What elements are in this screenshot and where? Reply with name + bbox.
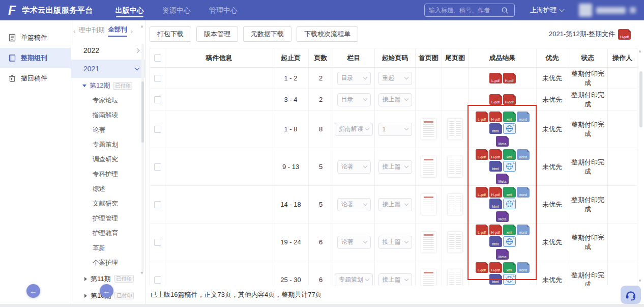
lpdf-file-icon[interactable]: L-pdf	[476, 262, 488, 273]
row-checkbox[interactable]	[154, 163, 161, 171]
word-file-icon[interactable]: word	[517, 149, 530, 160]
category-item[interactable]: 文献研究	[71, 197, 145, 211]
row-checkbox[interactable]	[154, 75, 161, 82]
xml-file-icon[interactable]: xml	[503, 187, 516, 198]
xml-file-icon[interactable]: xml	[503, 262, 516, 273]
word-file-icon[interactable]: word	[517, 262, 530, 273]
toolbar-button[interactable]: 打包下载	[150, 26, 191, 42]
category-item[interactable]: 革新	[71, 241, 145, 256]
tab-processing-issues[interactable]: 理中刊期	[79, 26, 104, 36]
meta-file-icon[interactable]: Meta	[496, 249, 509, 260]
row-checkbox[interactable]	[154, 96, 161, 103]
tab-all-issues[interactable]: 全部刊	[108, 25, 127, 37]
scroll-up-icon[interactable]: ▲	[638, 49, 642, 53]
xml-file-icon[interactable]: xml	[503, 225, 516, 235]
word-file-icon[interactable]: word	[517, 111, 530, 122]
start-page-select[interactable]: 重起	[378, 72, 412, 85]
first-page-thumbnail[interactable]	[421, 119, 436, 139]
last-page-thumbnail[interactable]	[448, 194, 462, 215]
lpdf-file-icon[interactable]: L-pdf	[476, 225, 488, 235]
web-file-icon[interactable]	[503, 199, 516, 209]
first-page-thumbnail[interactable]	[421, 156, 436, 177]
hpdf-file-icon[interactable]: H-pdf	[489, 149, 502, 160]
tree-year-2021[interactable]: 2021	[71, 60, 145, 78]
column-select[interactable]: 论著	[337, 160, 371, 174]
meta-file-icon[interactable]: Meta	[496, 174, 509, 184]
hpdf-file-icon[interactable]: H-pdf	[489, 225, 502, 235]
category-item[interactable]: 调查研究	[71, 152, 145, 167]
tree-scroll-up-icon[interactable]: ▲	[140, 24, 144, 29]
org-dropdown[interactable]: 上海护理	[530, 6, 564, 15]
tabs-prev-icon[interactable]: ‹	[73, 27, 75, 35]
sidebar-item-single-manuscripts[interactable]: 单篇稿件	[0, 27, 71, 48]
web-file-icon[interactable]	[503, 274, 516, 285]
nav-manage-center[interactable]: 管理中心	[209, 0, 238, 20]
table-scrollbar-thumb[interactable]	[639, 71, 642, 127]
tree-issue-12-expanded[interactable]: 第12期 已付印	[71, 78, 145, 93]
html-file-icon[interactable]: html	[489, 161, 502, 172]
user-account[interactable]	[579, 4, 636, 17]
tree-year-2022[interactable]: 2022	[71, 41, 145, 60]
row-checkbox[interactable]	[154, 126, 161, 133]
word-file-icon[interactable]: word	[517, 187, 530, 198]
word-file-icon[interactable]: word	[517, 225, 530, 235]
hpdf-file-icon[interactable]: H-pdf	[503, 73, 516, 83]
lpdf-file-icon[interactable]: L-pdf	[476, 111, 488, 122]
toolbar-button[interactable]: 下载校次流程单	[297, 26, 358, 42]
tree-scroll-down-icon[interactable]: ▼	[140, 271, 144, 275]
sidebar-item-issue-assembly[interactable]: 整期组刊	[0, 48, 71, 68]
toolbar-button[interactable]: 版本管理	[196, 26, 238, 42]
html-file-icon[interactable]: html	[489, 236, 502, 247]
meta-file-icon[interactable]: Meta	[496, 211, 509, 222]
column-select[interactable]: 论著	[337, 198, 371, 211]
column-select[interactable]: 目录	[337, 72, 371, 85]
hpdf-file-icon[interactable]: H-pdf	[489, 262, 502, 273]
xml-file-icon[interactable]: xml	[503, 149, 516, 160]
category-item[interactable]: 个案护理	[71, 256, 145, 270]
meta-file-icon[interactable]: Meta	[496, 136, 509, 147]
row-checkbox[interactable]	[154, 276, 161, 284]
lpdf-file-icon[interactable]: L-pdf	[476, 149, 488, 160]
category-item[interactable]: 论著	[71, 123, 145, 137]
issue-file-link[interactable]: 2021-第12期-整期文件 H-pdf	[549, 29, 631, 40]
first-page-thumbnail[interactable]	[421, 232, 436, 253]
category-item[interactable]: 专题策划	[71, 137, 145, 152]
start-page-select[interactable]: 接上篇	[378, 236, 412, 249]
web-file-icon[interactable]	[503, 123, 516, 134]
category-item[interactable]: 指南解读	[71, 108, 145, 123]
first-page-thumbnail[interactable]	[421, 269, 436, 286]
html-file-icon[interactable]: html	[489, 199, 502, 209]
toolbar-button[interactable]: 元数据下载	[243, 26, 291, 42]
hpdf-file-icon[interactable]: H-pdf	[503, 94, 516, 105]
sidebar-item-withdrawn-manuscripts[interactable]: 撤回稿件	[0, 68, 71, 89]
collapsed-issue-item[interactable]: 第9期 已付印	[71, 304, 145, 307]
tree-scrollbar[interactable]	[141, 44, 144, 272]
hpdf-file-icon[interactable]: H-pdf	[489, 111, 502, 122]
first-page-thumbnail[interactable]	[421, 194, 436, 215]
row-checkbox[interactable]	[154, 201, 161, 208]
category-item[interactable]: 专家论坛	[71, 93, 145, 108]
column-select[interactable]: 专题策划	[335, 273, 373, 286]
last-page-thumbnail[interactable]	[448, 232, 462, 253]
scroll-down-icon[interactable]: ▼	[638, 278, 642, 283]
collapse-sidebar-button[interactable]: ←	[26, 284, 40, 298]
hpdf-file-icon[interactable]: H-pdf	[618, 29, 631, 40]
category-item[interactable]: 护理教育	[71, 226, 145, 241]
select-all-checkbox[interactable]	[154, 54, 161, 62]
tabs-next-icon[interactable]: ›	[131, 27, 133, 35]
start-page-select[interactable]: 接上篇	[378, 160, 412, 174]
start-page-select[interactable]: 1	[378, 123, 412, 136]
column-select[interactable]: 目录	[337, 93, 371, 106]
search-box[interactable]	[424, 4, 515, 17]
category-item[interactable]: 专科护理	[71, 167, 145, 182]
nav-publish-center[interactable]: 出版中心	[115, 0, 144, 20]
web-file-icon[interactable]	[503, 161, 516, 172]
customer-service-button[interactable]	[621, 286, 641, 304]
hpdf-file-icon[interactable]: H-pdf	[489, 187, 502, 198]
html-file-icon[interactable]: html	[489, 274, 502, 285]
html-file-icon[interactable]: html	[489, 123, 502, 134]
collapse-tree-button[interactable]: ←	[100, 284, 113, 298]
web-file-icon[interactable]	[503, 236, 516, 247]
column-select[interactable]: 指南解读	[335, 123, 373, 136]
category-item[interactable]: 护理管理	[71, 211, 145, 226]
